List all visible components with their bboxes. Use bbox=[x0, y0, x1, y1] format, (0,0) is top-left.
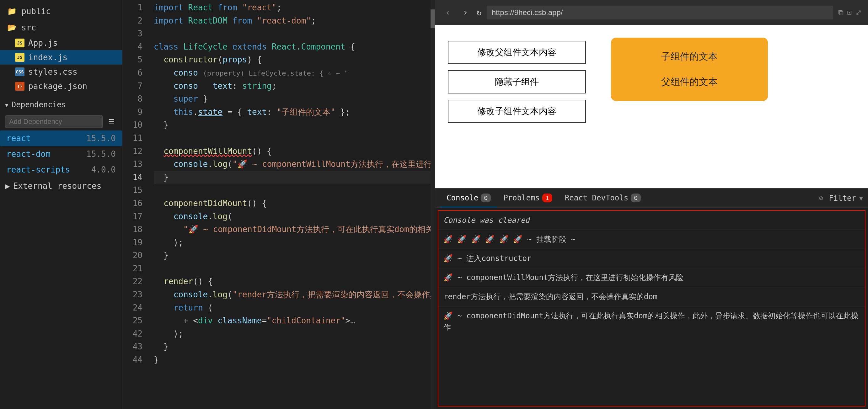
tab-console[interactable]: Console 0 bbox=[440, 189, 497, 207]
folder-icon: 📁 bbox=[6, 6, 18, 17]
scrollbar-thumb[interactable] bbox=[431, 9, 435, 28]
url-bar[interactable] bbox=[487, 6, 833, 20]
folder-label: public bbox=[21, 7, 51, 16]
file-name-styles: styles.css bbox=[28, 67, 78, 76]
folder-open-icon: 📂 bbox=[6, 22, 18, 33]
console-log-3: 🚀 ~ componentWillMount方法执行，在这里进行初始化操作有风险 bbox=[438, 268, 865, 287]
dep-name-reactscripts: react-scripts bbox=[6, 165, 70, 175]
preview-buttons: 修改父组件文本内容 隐藏子组件 修改子组件文本内容 bbox=[435, 25, 598, 188]
dep-name-reactdom: react-dom bbox=[6, 149, 51, 159]
filter-dropdown-icon[interactable]: ▼ bbox=[859, 194, 863, 202]
sidebar-item-src[interactable]: 📂 src bbox=[0, 20, 122, 36]
json-file-icon: {} bbox=[15, 82, 25, 91]
parent-text: 父组件的文本 bbox=[661, 75, 718, 89]
external-resources-section[interactable]: ▶ External resources bbox=[0, 178, 122, 194]
dep-version-reactdom: 15.5.0 bbox=[86, 149, 116, 159]
chevron-icon: ▼ bbox=[5, 102, 8, 108]
js-file-icon-2: JS bbox=[15, 53, 25, 62]
file-name-appjs: App.js bbox=[28, 38, 58, 48]
line-numbers: 123 456 789 101112 131415 161718 192021 … bbox=[122, 0, 148, 409]
preview-orange-area: 子组件的文本 父组件的文本 bbox=[598, 25, 868, 188]
console-log-5: 🚀 ~ componentDidMount方法执行，可在此执行真实dom的相关操… bbox=[438, 307, 865, 337]
sidebar-item-indexjs[interactable]: JS index.js bbox=[0, 50, 122, 65]
back-button[interactable]: ‹ bbox=[441, 7, 454, 18]
log-text-4: render方法执行，把需要渲染的内容返回，不会操作真实的dom bbox=[443, 292, 657, 301]
log-text-5: 🚀 ~ componentDidMount方法执行，可在此执行真实dom的相关操… bbox=[443, 311, 858, 332]
dependencies-header[interactable]: ▼ Dependencies bbox=[0, 97, 122, 113]
dependency-menu-button[interactable]: ☰ bbox=[106, 117, 117, 127]
filter-label[interactable]: Filter bbox=[829, 194, 856, 202]
editor: 123 456 789 101112 131415 161718 192021 … bbox=[122, 0, 435, 409]
console-tab-label: Console bbox=[446, 193, 478, 202]
filter-slash-icon[interactable]: ⊘ bbox=[816, 193, 826, 203]
tab-problems[interactable]: Problems 1 bbox=[497, 189, 559, 207]
log-text-1: 🚀 🚀 🚀 🚀 🚀 🚀 ~ 挂载阶段 ~ bbox=[443, 235, 576, 244]
file-name-indexjs: index.js bbox=[28, 53, 67, 62]
external-resources-label: External resources bbox=[13, 181, 102, 191]
hide-child-button[interactable]: 隐藏子组件 bbox=[448, 70, 586, 93]
dep-item-react[interactable]: react 15.5.0 bbox=[0, 130, 122, 146]
modify-child-button[interactable]: 修改子组件文本内容 bbox=[448, 100, 586, 123]
browser-bar: ‹ › ↻ ⧉ ⊡ ⤢ bbox=[435, 0, 868, 25]
vertical-scrollbar[interactable] bbox=[431, 0, 435, 409]
dep-item-reactscripts[interactable]: react-scripts 4.0.0 bbox=[0, 162, 122, 178]
sidebar-item-styles[interactable]: CSS styles.css bbox=[0, 65, 122, 79]
preview-area: 修改父组件文本内容 隐藏子组件 修改子组件文本内容 子组件的文本 父组件的文本 bbox=[435, 25, 868, 188]
sidebar-item-public[interactable]: 📁 public bbox=[0, 3, 122, 20]
file-name-package: package.json bbox=[28, 82, 87, 91]
dep-version-reactscripts: 4.0.0 bbox=[91, 165, 116, 175]
console-tabs: Console 0 Problems 1 React DevTools 0 ⊘ … bbox=[435, 189, 868, 208]
log-text-3: 🚀 ~ componentWillMount方法执行，在这里进行初始化操作有风险 bbox=[443, 273, 683, 282]
js-file-icon: JS bbox=[15, 39, 25, 48]
react-devtools-badge: 0 bbox=[631, 193, 641, 202]
chevron-ext-icon: ▶ bbox=[5, 181, 10, 191]
orange-box: 子组件的文本 父组件的文本 bbox=[611, 38, 768, 101]
dependencies-label: Dependencies bbox=[11, 100, 66, 109]
code-container[interactable]: 123 456 789 101112 131415 161718 192021 … bbox=[122, 0, 435, 409]
forward-button[interactable]: › bbox=[459, 7, 472, 18]
dep-version-react: 15.5.0 bbox=[86, 134, 116, 143]
cleared-text: Console was cleared bbox=[443, 216, 530, 225]
console-log-1: 🚀 🚀 🚀 🚀 🚀 🚀 ~ 挂载阶段 ~ bbox=[438, 230, 865, 249]
filter-area: ⊘ Filter ▼ bbox=[816, 193, 863, 203]
modify-parent-button[interactable]: 修改父组件文本内容 bbox=[448, 41, 586, 64]
console-badge: 0 bbox=[481, 193, 491, 202]
sidebar: 📁 public 📂 src JS App.js JS index.js CSS… bbox=[0, 0, 122, 409]
dep-name-react: react bbox=[6, 134, 31, 143]
console-log-4: render方法执行，把需要渲染的内容返回，不会操作真实的dom bbox=[438, 287, 865, 307]
tab-react-devtools[interactable]: React DevTools 0 bbox=[559, 189, 647, 207]
open-in-new-icon[interactable]: ⧉ bbox=[838, 8, 843, 17]
dependencies-section: ▼ Dependencies ☰ react 15.5.0 react-dom … bbox=[0, 97, 122, 178]
code-editor-content[interactable]: import React from "react"; import ReactD… bbox=[148, 0, 435, 409]
src-folder-label: src bbox=[21, 23, 36, 32]
sidebar-item-appjs[interactable]: JS App.js bbox=[0, 36, 122, 50]
browser-action-icons: ⧉ ⊡ ⤢ bbox=[838, 8, 862, 17]
child-text: 子组件的文本 bbox=[661, 50, 718, 63]
react-devtools-tab-label: React DevTools bbox=[565, 193, 628, 202]
right-panel: ‹ › ↻ ⧉ ⊡ ⤢ 修改父组件文本内容 隐藏子组件 修改子组件文本内容 子组… bbox=[435, 0, 868, 409]
console-log-2: 🚀 ~ 进入constructor bbox=[438, 249, 865, 268]
refresh-button[interactable]: ↻ bbox=[477, 8, 482, 17]
problems-badge: 1 bbox=[542, 193, 552, 202]
problems-tab-label: Problems bbox=[503, 193, 540, 202]
console-panel: Console 0 Problems 1 React DevTools 0 ⊘ … bbox=[435, 188, 868, 409]
console-cleared-msg: Console was cleared bbox=[438, 211, 865, 230]
sidebar-item-package[interactable]: {} package.json bbox=[0, 79, 122, 93]
log-text-2: 🚀 ~ 进入constructor bbox=[443, 254, 531, 263]
add-dependency-input[interactable] bbox=[5, 116, 103, 128]
split-view-icon[interactable]: ⊡ bbox=[847, 8, 852, 17]
fullscreen-icon[interactable]: ⤢ bbox=[856, 8, 862, 17]
file-tree: 📁 public 📂 src JS App.js JS index.js CSS… bbox=[0, 0, 122, 97]
dependency-search-row: ☰ bbox=[0, 113, 122, 130]
console-body: Console was cleared 🚀 🚀 🚀 🚀 🚀 🚀 ~ 挂载阶段 ~… bbox=[438, 210, 866, 407]
css-file-icon: CSS bbox=[15, 67, 25, 76]
dep-item-reactdom[interactable]: react-dom 15.5.0 bbox=[0, 146, 122, 162]
